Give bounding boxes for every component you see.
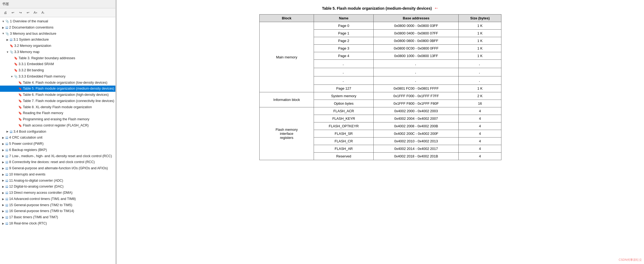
block-info: Information block (260, 92, 314, 107)
toggle-icon-t14[interactable]: ▶ (1, 197, 5, 201)
section-icon-t3.3.3: 📎 (14, 74, 18, 79)
tree-item-t3.4[interactable]: ▶🕮3.4 Boot configuration (0, 129, 115, 135)
tree-item-t8[interactable]: ▶🕮8 Connectivity line devices: reset and… (0, 159, 115, 165)
tree-item-t3.3.3.t7[interactable]: ▶🔖Table 7. Flash module organization (co… (0, 98, 115, 104)
toggle-icon-t5[interactable]: ▶ (1, 142, 5, 146)
toggle-icon-t8[interactable]: ▶ (1, 160, 5, 164)
cell-name: FLASH_CR (314, 138, 374, 145)
table-title: Table 5. Flash module organization (medi… (125, 5, 636, 11)
section-icon-t3: 📎 (5, 31, 9, 36)
toggle-icon-t7[interactable]: ▶ (1, 154, 5, 158)
cell-size: 1 K (459, 85, 501, 92)
tree-item-t14[interactable]: ▶🕮14 Advanced-control timers (TIM1 and T… (0, 196, 115, 202)
tree-item-t15[interactable]: ▶🕮15 General-purpose timers (TIM2 to TIM… (0, 202, 115, 208)
tree-item-t10[interactable]: ▶🕮10 Interrupts and events (0, 171, 115, 178)
toggle-icon-t6[interactable]: ▶ (1, 148, 5, 152)
toggle-icon-t16[interactable]: ▶ (1, 209, 5, 213)
toggle-icon-t2[interactable]: ▶ (1, 26, 5, 30)
leaf-icon-t3.3.1: 🔖 (14, 62, 18, 66)
toggle-icon-t4[interactable]: ▶ (1, 136, 5, 140)
toggle-icon-t17[interactable]: ▶ (1, 215, 5, 219)
toolbar-print-btn[interactable]: 🖨 (2, 9, 9, 16)
tree-label-t7: 7 Low-, medium-, high- and XL-density re… (9, 154, 112, 159)
tree-label-t1: 1 Overview of the manual (10, 19, 48, 24)
toggle-icon-t3[interactable]: ▼ (1, 31, 5, 36)
tree-item-t6[interactable]: ▶🕮6 Backup registers (BKP) (0, 147, 115, 153)
toggle-icon-t3.1[interactable]: ▶ (5, 38, 10, 42)
tree-item-t3.3.3.r1[interactable]: ▶🔖Reading the Flash memory (0, 110, 115, 116)
cell-name: FLASH_ACR (314, 107, 374, 115)
tree-item-t9[interactable]: ▶🕮9 General-purpose and alternate-functi… (0, 165, 115, 171)
col-base: Base addresses (374, 15, 459, 22)
toggle-icon-t15[interactable]: ▶ (1, 203, 5, 207)
tree-item-t3.3.1[interactable]: ▶🔖3.3.1 Embedded SRAM (0, 61, 115, 67)
tree-item-t5[interactable]: ▶🕮5 Power control (PWR) (0, 141, 115, 147)
tree-item-t13[interactable]: ▶🕮13 Direct memory access controller (DM… (0, 190, 115, 196)
cell-size: . (459, 76, 501, 85)
cell-base: 0x1FFF F800 - 0x1FFF F80F (374, 100, 459, 107)
toggle-icon-t10[interactable]: ▶ (1, 173, 5, 177)
toolbar-back-btn[interactable]: ↩ (10, 9, 16, 16)
toggle-icon-t13[interactable]: ▶ (1, 191, 5, 195)
toggle-icon-t3.4[interactable]: ▶ (5, 129, 10, 133)
toggle-icon-t3.3.3[interactable]: ▼ (10, 75, 14, 79)
tree-item-t4[interactable]: ▶🕮4 CRC calculation unit (0, 135, 115, 141)
tree-item-t3.3.3.t8[interactable]: ▶🔖Table 8. XL-density Flash module organ… (0, 104, 115, 110)
tree-item-t3[interactable]: ▼📎3 Memory and bus architecture (0, 31, 115, 37)
toggle-icon-t11[interactable]: ▶ (1, 178, 5, 182)
tree-item-t16[interactable]: ▶🕮16 General-purpose timers (TIM9 to TIM… (0, 208, 115, 214)
cell-base: 0x0800 0800 - 0x0800 0BFF (374, 37, 459, 45)
tree-item-t3.3.3.t5[interactable]: ▶🔖Table 5. Flash module organization (me… (0, 86, 115, 92)
toolbar-undo-btn[interactable]: ↩ (25, 9, 31, 16)
col-name: Name (314, 15, 374, 22)
cell-base: 0x0800 0400 - 0x0800 07FF (374, 30, 459, 37)
tree-label-t3.3.3.t6: Table 6. Flash module organization (high… (23, 92, 109, 97)
tree-item-t7[interactable]: ▶🕮7 Low-, medium-, high- and XL-density … (0, 153, 115, 159)
cell-name: Page 4 (314, 52, 374, 60)
toggle-icon-t18[interactable]: ▶ (1, 221, 5, 226)
tree-label-t2: 2 Documentation conventions (9, 25, 54, 30)
cell-size: 16 (459, 100, 501, 107)
tree-item-t1[interactable]: ▼📎1 Overview of the manual (0, 18, 115, 24)
tree-item-t3.3.3[interactable]: ▼📎3.3.3 Embedded Flash memory (0, 73, 115, 80)
tree-item-t3.3.3.t6[interactable]: ▶🔖Table 6. Flash module organization (hi… (0, 92, 115, 98)
tree-item-t3.3.3.r3[interactable]: ▶🔖Flash access control register (FLASH_A… (0, 122, 115, 129)
cell-base: 0x4002 200C - 0x4002 200F (374, 130, 459, 138)
tree-item-t3.3.2[interactable]: ▶🔖3.3.2 Bit banding (0, 67, 115, 73)
toggle-icon-t1[interactable]: ▼ (1, 19, 5, 23)
col-size: Size (bytes) (459, 15, 501, 22)
tree-item-t3.3.3.r2[interactable]: ▶🔖Programming and erasing the Flash memo… (0, 116, 115, 122)
cell-base: 0x0800 1000 - 0x0800 13FF (374, 52, 459, 60)
cell-size: 1 K (459, 22, 501, 30)
tree-item-t17[interactable]: ▶🕮17 Basic timers (TIM6 and TIM7) (0, 214, 115, 220)
tree-label-t3.3.3.r2: Programming and erasing the Flash memory (23, 117, 89, 122)
section-icon-t5: 🕮 (5, 142, 8, 146)
toolbar-font-decrease-btn[interactable]: A- (40, 9, 46, 16)
cell-base: 0x0800 0000 - 0x0800 03FF (374, 22, 459, 30)
tree-item-t3.3.t3[interactable]: ▶🔖Table 3. Register boundary addresses (0, 55, 115, 61)
section-icon-t10: 🕮 (5, 172, 8, 177)
section-icon-t17: 🕮 (5, 215, 8, 220)
tree-label-t3.3.3.t4: Table 4. Flash module organization (low-… (23, 80, 107, 85)
tree-item-t3.3.3.t4[interactable]: ▶🔖Table 4. Flash module organization (lo… (0, 80, 115, 86)
tree-item-t3.1[interactable]: ▶🕮3.1 System architecture (0, 37, 115, 43)
cell-name: . (314, 60, 374, 68)
cell-size: 2 K (459, 92, 501, 100)
toggle-icon-t3.3[interactable]: ▼ (5, 50, 10, 54)
tree-item-t3.2[interactable]: ▶🔖3.2 Memory organization (0, 43, 115, 49)
tree-item-t2[interactable]: ▶🕮2 Documentation conventions (0, 24, 115, 31)
cell-size: 4 (459, 122, 501, 130)
cell-base: 0x4002 2008 - 0x4002 200B (374, 122, 459, 130)
section-icon-t3.4: 🕮 (10, 129, 13, 134)
tree-item-t3.3[interactable]: ▼📎3.3 Memory map (0, 49, 115, 55)
cell-base: 0x4002 2014 - 0x4002 2017 (374, 145, 459, 153)
tree-item-t12[interactable]: ▶🕮12 Digital-to-analog converter (DAC) (0, 184, 115, 190)
toggle-icon-t9[interactable]: ▶ (1, 166, 5, 170)
section-icon-t3.1: 🕮 (10, 37, 13, 42)
toolbar-forward-btn[interactable]: ↪ (17, 9, 24, 16)
tree-item-t18[interactable]: ▶🕮18 Real-time clock (RTC) (0, 220, 115, 227)
toggle-icon-t12[interactable]: ▶ (1, 185, 5, 189)
toolbar-font-increase-btn[interactable]: A+ (32, 9, 39, 16)
tree-item-t11[interactable]: ▶🕮11 Analog-to-digital converter (ADC) (0, 178, 115, 184)
section-icon-t11: 🕮 (5, 178, 8, 183)
